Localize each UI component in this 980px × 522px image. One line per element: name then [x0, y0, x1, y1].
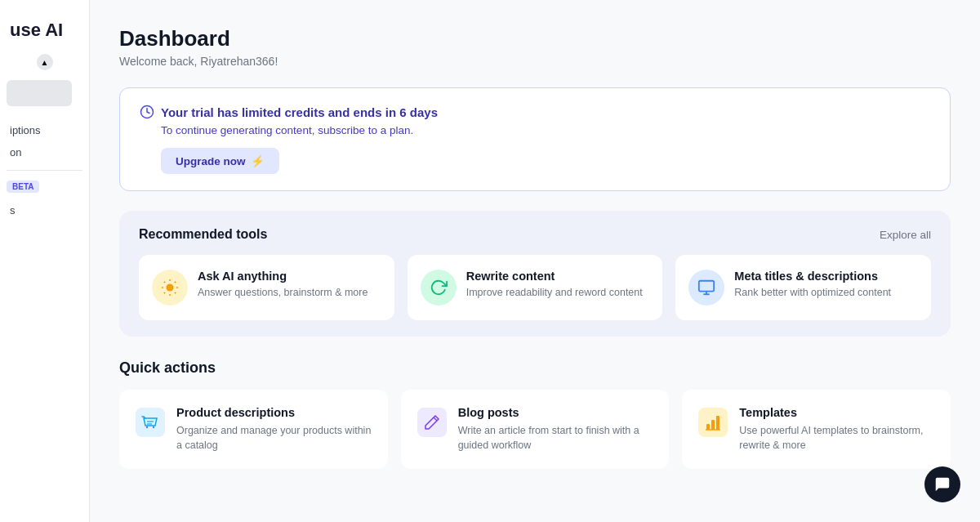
- upgrade-now-button[interactable]: Upgrade now ⚡: [161, 148, 279, 174]
- monitor-icon: [697, 279, 715, 297]
- action-card-product-descriptions[interactable]: Product descriptions Organize and manage…: [119, 390, 388, 469]
- pencil-icon: [417, 408, 447, 437]
- svg-rect-21: [706, 424, 710, 430]
- svg-line-5: [175, 292, 176, 293]
- svg-point-15: [153, 426, 154, 428]
- trial-banner: Your trial has limited credits and ends …: [119, 87, 951, 191]
- blog-posts-icon: [416, 406, 448, 439]
- clock-icon: [140, 105, 154, 119]
- sun-icon: [161, 279, 179, 297]
- sidebar-item-bottom[interactable]: s: [7, 199, 82, 221]
- chevron-up-icon: ▲: [41, 58, 49, 67]
- chat-bubble-button[interactable]: [924, 466, 960, 502]
- sidebar-item-descriptions[interactable]: iptions: [7, 119, 82, 141]
- tools-grid: Ask AI anything Answer questions, brains…: [139, 255, 931, 320]
- tool-card-meta[interactable]: Meta titles & descriptions Rank better w…: [675, 255, 931, 320]
- svg-rect-13: [136, 408, 165, 437]
- recommended-tools-section: Recommended tools Explore all: [119, 211, 951, 337]
- refresh-icon: [430, 279, 448, 297]
- action-card-templates[interactable]: Templates Use powerful AI templates to b…: [682, 390, 951, 469]
- sidebar-search-placeholder: [7, 80, 72, 106]
- svg-point-14: [146, 426, 148, 428]
- svg-rect-22: [711, 420, 715, 430]
- trial-banner-title: Your trial has limited credits and ends …: [140, 105, 930, 119]
- explore-all-link[interactable]: Explore all: [880, 229, 931, 241]
- action-card-blog-posts[interactable]: Blog posts Write an article from start t…: [401, 390, 670, 469]
- ask-ai-icon: [152, 270, 188, 306]
- tool-card-ask-ai[interactable]: Ask AI anything Answer questions, brains…: [139, 255, 394, 320]
- svg-line-9: [175, 282, 176, 283]
- page-title: Dashboard: [119, 26, 951, 51]
- svg-line-8: [164, 292, 165, 293]
- sidebar: use AI ▲ iptions on BETA s: [0, 0, 90, 522]
- lightning-icon: ⚡: [251, 154, 265, 167]
- meta-icon: [688, 270, 724, 306]
- tool-text-ask-ai: Ask AI anything Answer questions, brains…: [198, 270, 368, 301]
- chart-icon: [698, 408, 728, 437]
- scroll-up-button[interactable]: ▲: [37, 54, 53, 70]
- svg-line-4: [164, 282, 165, 283]
- action-text-templates: Templates Use powerful AI templates to b…: [739, 406, 936, 453]
- action-text-product-descriptions: Product descriptions Organize and manage…: [176, 406, 373, 453]
- main-content: Dashboard Welcome back, Riyatrehan366! Y…: [90, 0, 980, 522]
- action-text-blog-posts: Blog posts Write an article from start t…: [458, 406, 655, 453]
- svg-rect-10: [699, 281, 714, 292]
- sidebar-divider: [7, 170, 82, 171]
- templates-icon: [697, 406, 729, 439]
- svg-rect-23: [716, 416, 719, 430]
- tool-text-meta: Meta titles & descriptions Rank better w…: [734, 270, 891, 301]
- recommended-section-header: Recommended tools Explore all: [139, 227, 931, 242]
- sidebar-item-on[interactable]: on: [7, 141, 82, 163]
- quick-actions-grid: Product descriptions Organize and manage…: [119, 390, 951, 469]
- quick-actions-title: Quick actions: [119, 359, 951, 377]
- shopping-icon: [136, 408, 165, 437]
- tool-card-rewrite[interactable]: Rewrite content Improve readability and …: [408, 255, 663, 320]
- recommended-section-title: Recommended tools: [139, 227, 267, 242]
- page-subtitle: Welcome back, Riyatrehan366!: [119, 55, 951, 68]
- rewrite-icon: [421, 270, 457, 306]
- tool-text-rewrite: Rewrite content Improve readability and …: [466, 270, 643, 301]
- product-descriptions-icon: [134, 406, 167, 439]
- svg-point-1: [166, 283, 173, 291]
- chat-icon: [933, 475, 951, 493]
- sidebar-logo: use AI: [7, 13, 66, 54]
- svg-rect-18: [417, 408, 447, 437]
- trial-banner-subtitle: To continue generating content, subscrib…: [161, 124, 930, 136]
- sidebar-beta-badge: BETA: [7, 177, 39, 193]
